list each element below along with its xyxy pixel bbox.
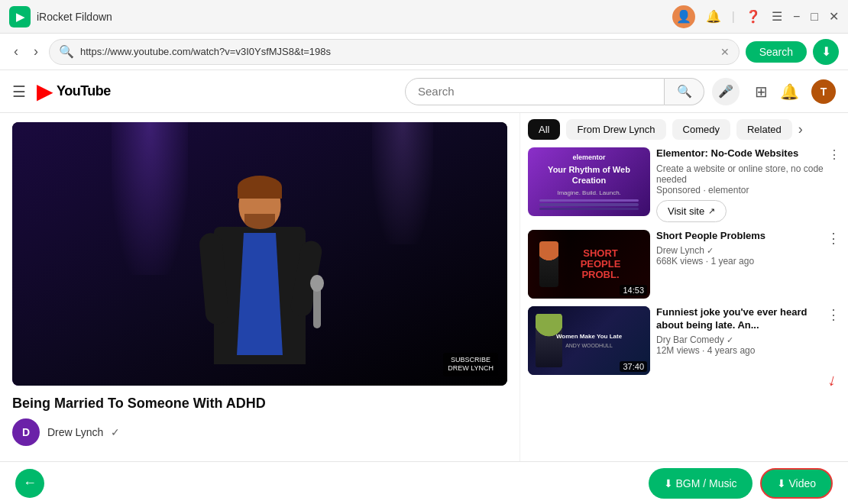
bgm-music-btn[interactable]: ⬇ BGM / Music — [649, 468, 753, 499]
channel-avatar: D — [12, 418, 40, 446]
yt-search-submit-btn[interactable]: 🔍 — [665, 78, 704, 105]
related-video-2-info: Funniest joke you've ever heard about be… — [656, 306, 820, 375]
related-video-1[interactable]: SHORT PEOPLE PROBL. 14:53 Short People P… — [528, 230, 840, 299]
yt-search-bar[interactable] — [405, 78, 665, 105]
channel-name: Drew Lynch — [47, 426, 103, 438]
subscribe-badge: SUBSCRIBE DREW LYNCH — [443, 353, 498, 376]
profile-icon[interactable]: 👤 — [672, 5, 695, 28]
video-download-btn[interactable]: ⬇ Video — [760, 468, 833, 499]
chip-all[interactable]: All — [528, 119, 560, 140]
related-video-2-menu[interactable]: ⋮ — [827, 306, 840, 323]
ad-thumb-title: Your Rhythm of Web Creation — [534, 164, 644, 186]
chip-related[interactable]: Related — [736, 119, 792, 140]
youtube-header: ☰ ▶ YouTube 🔍 🎤 ⊞ 🔔 T — [0, 70, 848, 113]
app-title: iRocket Fildown — [37, 11, 672, 23]
search-button[interactable]: Search — [746, 41, 807, 63]
nav-bar: ‹ › 🔍 ✕ Search ⬇ — [0, 34, 848, 70]
ad-menu-icon[interactable]: ⋮ — [828, 147, 840, 162]
wmyl-duration: 37:40 — [620, 361, 647, 372]
yt-avatar[interactable]: T — [811, 79, 836, 104]
yt-hamburger-icon[interactable]: ☰ — [12, 82, 26, 101]
forward-nav-btn[interactable]: › — [29, 40, 43, 63]
related-video-2-title: Funniest joke you've ever heard about be… — [656, 306, 820, 332]
ad-sponsor: Sponsored · elementor — [656, 185, 840, 195]
visit-site-label: Visit site — [668, 205, 704, 217]
back-nav-btn[interactable]: ‹ — [9, 40, 23, 63]
back-btn[interactable]: ← — [15, 469, 44, 498]
download-arrow-indicator: ↓ — [826, 370, 839, 391]
ad-logo: elementor — [572, 153, 605, 161]
url-bar: 🔍 ✕ — [49, 39, 740, 65]
bottom-bar: ← ⬇ BGM / Music ⬇ Video — [0, 461, 848, 504]
download-quick-btn[interactable]: ⬇ — [813, 39, 839, 65]
related-video-2-channel: Dry Bar Comedy ✓ — [656, 334, 820, 345]
video-thumbnail[interactable]: SUBSCRIBE DREW LYNCH — [12, 122, 507, 386]
maximize-btn[interactable]: □ — [811, 10, 818, 24]
app-logo: ▶ — [9, 6, 31, 27]
related-video-1-views: 668K views · 1 year ago — [656, 256, 820, 267]
yt-search-icon: 🔍 — [677, 84, 692, 99]
chip-comedy[interactable]: Comedy — [672, 119, 730, 140]
related-video-1-info: Short People Problems Drew Lynch ✓ 668K … — [656, 230, 820, 299]
search-url-icon: 🔍 — [59, 44, 74, 59]
verified-icon-1: ✓ — [707, 246, 714, 255]
ad-description: Create a website or online store, no cod… — [656, 163, 840, 185]
back-icon: ← — [23, 475, 37, 491]
related-panel: All From Drew Lynch Comedy Related › ele… — [519, 113, 848, 504]
video-title: Being Married To Someone With ADHD — [12, 395, 507, 412]
help-icon[interactable]: ❓ — [746, 9, 761, 24]
yt-mic-btn[interactable]: 🎤 — [712, 78, 740, 105]
ad-thumb-sub: Imagine. Build. Launch. — [557, 189, 621, 196]
external-link-icon: ↗ — [708, 206, 715, 216]
related-video-1-channel: Drew Lynch ✓ — [656, 245, 820, 256]
verified-checkmark: ✓ — [111, 426, 120, 438]
wmyl-thumbnail: Women Make You Late ANDY WOODHULL 37:40 — [528, 306, 650, 375]
creator-name-badge: DREW LYNCH — [448, 364, 494, 373]
visit-site-btn[interactable]: Visit site ↗ — [656, 200, 727, 222]
video-panel: SUBSCRIBE DREW LYNCH Being Married To So… — [0, 113, 519, 504]
minimize-btn[interactable]: − — [793, 10, 800, 24]
yt-search-input[interactable] — [418, 85, 652, 98]
ad-title: Elementor: No-Code Websites — [656, 147, 798, 159]
chip-from-drew[interactable]: From Drew Lynch — [566, 119, 665, 140]
yt-logo-icon: ▶ — [37, 79, 53, 104]
yt-right-icons: ⊞ 🔔 T — [755, 79, 836, 104]
close-btn[interactable]: ✕ — [829, 9, 839, 24]
related-video-1-menu[interactable]: ⋮ — [827, 230, 840, 247]
chips-more-icon[interactable]: › — [798, 121, 803, 137]
related-video-1-title: Short People Problems — [656, 230, 820, 243]
microphone-icon: 🎤 — [718, 84, 733, 99]
filter-chips: All From Drew Lynch Comedy Related › — [528, 119, 840, 140]
subscribe-text: SUBSCRIBE — [448, 356, 494, 365]
main-content: SUBSCRIBE DREW LYNCH Being Married To So… — [0, 113, 848, 504]
ad-info: Elementor: No-Code Websites ⋮ Create a w… — [656, 147, 840, 222]
bottom-action-buttons: ⬇ BGM / Music ⬇ Video — [649, 468, 833, 499]
spp-duration: 14:53 — [620, 285, 647, 296]
ad-thumbnail[interactable]: elementor Your Rhythm of Web Creation Im… — [528, 147, 650, 216]
ad-card: elementor Your Rhythm of Web Creation Im… — [528, 147, 840, 222]
related-video-2-views: 12M views · 4 years ago — [656, 345, 820, 356]
spp-thumbnail: SHORT PEOPLE PROBL. 14:53 — [528, 230, 650, 299]
title-bar: ▶ iRocket Fildown 👤 🔔 | ❓ ☰ − □ ✕ — [0, 0, 848, 34]
menu-icon[interactable]: ☰ — [772, 9, 782, 24]
related-video-2[interactable]: Women Make You Late ANDY WOODHULL 37:40 … — [528, 306, 840, 375]
yt-notification-icon[interactable]: 🔔 — [780, 82, 799, 101]
yt-logo: ▶ YouTube — [37, 79, 111, 104]
url-input[interactable] — [80, 46, 714, 57]
yt-create-icon[interactable]: ⊞ — [755, 82, 768, 101]
title-bar-icons: 👤 🔔 | ❓ ☰ − □ ✕ — [672, 5, 839, 28]
verified-icon-2: ✓ — [727, 335, 733, 344]
bell-icon[interactable]: 🔔 — [706, 9, 721, 24]
channel-row: D Drew Lynch ✓ — [12, 418, 507, 446]
clear-url-btn[interactable]: ✕ — [720, 46, 730, 58]
yt-logo-text: YouTube — [57, 83, 111, 99]
